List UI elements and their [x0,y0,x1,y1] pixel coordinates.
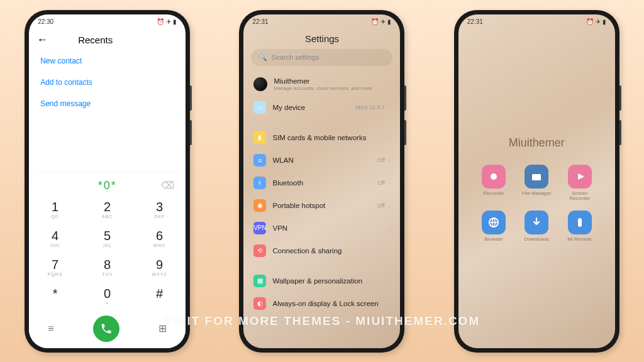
phone-mockup-settings: 22:31 ⏰ ✈ ▮ Settings 🔍 Search settings M… [239,10,404,353]
settings-row-aod[interactable]: ◐Always-on display & Lock screen› [247,292,396,315]
settings-row-vpn[interactable]: VPNVPN› [247,217,396,239]
settings-row-wifi[interactable]: ⩍WLANOff› [247,149,396,172]
device-icon: ▭ [253,101,266,114]
key-0[interactable]: 0+ [81,283,133,312]
row-label: VPN [272,224,387,232]
app-icon [568,211,592,234]
new-contact-link[interactable]: New contact [40,52,174,73]
row-label: Portable hotspot [272,202,377,209]
key-2[interactable]: 2ABC [81,196,133,225]
app-recorder[interactable]: Recorder [475,165,513,202]
app-downloads[interactable]: Downloads [518,211,555,243]
row-value: Off [377,202,385,209]
phone-mockup-home: 22:31 ⏰ ✈ ▮ Miuithemer RecorderFile Mana… [454,10,619,353]
settings-row-device[interactable]: ▭My deviceMIUI 12.5.7› [247,96,396,119]
chevron-right-icon: › [388,80,391,88]
header: ← Recents [29,27,186,52]
key-6[interactable]: 6MNO [133,225,186,254]
settings-row-hotspot[interactable]: ◉Portable hotspotOff› [247,194,396,217]
phone-mockup-dialer: 22:30 ⏰ ✈ ▮ ← Recents New contact Add to… [25,10,190,353]
account-sub: Manage accounts, cloud services, and mor… [274,85,387,91]
hotspot-icon: ◉ [253,199,266,212]
row-label: Always-on display & Lock screen [272,300,387,307]
app-label: Browser [475,237,513,243]
page-title: Recents [78,35,113,45]
chevron-right-icon: › [388,277,391,285]
share-icon: ⟲ [253,244,266,257]
search-placeholder: Search settings [271,53,319,61]
app-browser[interactable]: Browser [475,211,513,243]
chevron-right-icon: › [388,224,391,232]
settings-row-bt[interactable]: ᚼBluetoothOff› [247,172,396,194]
status-bar: 22:30 ⏰ ✈ ▮ [29,14,186,27]
chevron-right-icon: › [388,300,391,307]
chevron-right-icon: › [388,156,391,164]
menu-icon[interactable]: ≡ [48,323,53,334]
sim-icon: ▮ [253,131,266,144]
account-row[interactable]: Miuithemer Manage accounts, cloud servic… [247,72,396,96]
alarm-icon: ⏰ [371,18,379,25]
home-screen[interactable]: Miuithemer RecorderFile ManagerScreen Re… [458,27,615,348]
screen: 22:31 ⏰ ✈ ▮ Miuithemer RecorderFile Mana… [458,14,615,348]
key-8[interactable]: 8TUV [81,254,133,283]
app-label: Mi Remote [560,237,598,243]
screen: 22:31 ⏰ ✈ ▮ Settings 🔍 Search settings M… [243,14,400,348]
alarm-icon: ⏰ [157,18,164,25]
avatar [253,77,267,91]
row-label: Wallpaper & personalization [272,277,387,285]
app-icon [525,211,548,234]
dialpad-toggle-icon[interactable]: ⊞ [158,322,167,334]
key-#[interactable]: # [133,283,186,312]
settings-row-wall[interactable]: ▦Wallpaper & personalization› [247,270,396,292]
svg-point-0 [491,173,497,180]
airplane-icon: ✈ [596,18,601,25]
screen: 22:30 ⏰ ✈ ▮ ← Recents New contact Add to… [29,14,186,348]
row-label: Connection & sharing [272,247,387,255]
airplane-icon: ✈ [166,18,171,25]
svg-rect-1 [532,174,541,180]
back-button[interactable]: ← [36,33,48,47]
settings-title: Settings [243,27,400,49]
vpn-icon: VPN [253,222,266,234]
dialed-number: *0* [98,179,117,192]
bt-icon: ᚼ [253,177,266,189]
battery-icon: ▮ [387,18,391,25]
dialer-panel: *0* ⌫ 1QD2ABC3DEF4GHI5JKL6MNO7PQRS8TUV9W… [29,173,186,348]
key-9[interactable]: 9WXYZ [133,254,186,283]
dialed-number-row: *0* ⌫ [29,173,186,196]
status-time: 22:31 [467,18,483,25]
svg-rect-3 [578,218,582,227]
chevron-right-icon: › [388,179,391,187]
key-4[interactable]: 4GHI [29,225,81,254]
status-time: 22:31 [252,18,268,25]
app-icon [482,211,506,234]
backspace-button[interactable]: ⌫ [161,180,174,191]
app-file-manager[interactable]: File Manager [518,165,555,202]
chevron-right-icon: › [388,134,391,141]
status-icons: ⏰ ✈ ▮ [586,18,606,25]
app-grid: RecorderFile ManagerScreen RecorderBrows… [458,165,615,243]
key-*[interactable]: * [29,283,81,312]
chevron-right-icon: › [388,104,391,111]
app-icon [482,165,506,189]
app-label: Downloads [518,237,555,243]
row-label: My device [272,104,355,111]
search-input[interactable]: 🔍 Search settings [251,49,392,66]
status-icons: ⏰ ✈ ▮ [157,18,177,25]
airplane-icon: ✈ [380,18,386,25]
app-screen-recorder[interactable]: Screen Recorder [560,165,598,202]
settings-list: Miuithemer Manage accounts, cloud servic… [243,72,400,315]
settings-row-sim[interactable]: ▮SIM cards & mobile networks› [247,126,396,149]
key-5[interactable]: 5JKL [81,225,133,254]
key-3[interactable]: 3DEF [133,196,186,225]
dialer-bottom-bar: ≡ ⊞ [29,312,186,348]
add-to-contacts-link[interactable]: Add to contacts [40,73,174,94]
app-mi-remote[interactable]: Mi Remote [560,211,598,243]
key-1[interactable]: 1QD [29,196,81,225]
app-icon [525,165,548,189]
settings-row-share[interactable]: ⟲Connection & sharing› [247,239,396,262]
status-icons: ⏰ ✈ ▮ [371,18,391,25]
send-message-link[interactable]: Send message [40,94,174,116]
call-button[interactable] [93,315,119,342]
key-7[interactable]: 7PQRS [29,254,81,283]
